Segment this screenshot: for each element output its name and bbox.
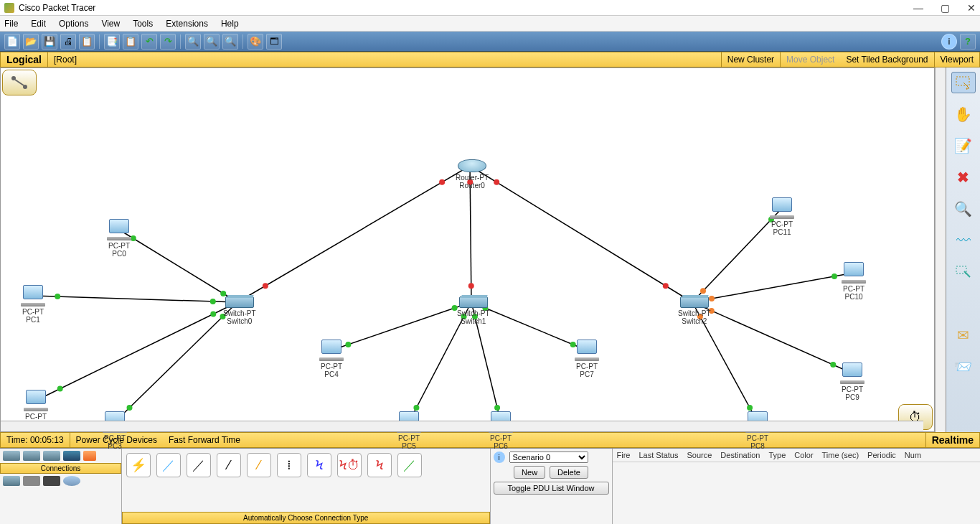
device-switch0[interactable]: Switch-PTSwitch0	[223, 296, 256, 325]
new-scenario-button[interactable]: New	[514, 466, 545, 479]
device-pc9[interactable]: PC-PTPC9	[840, 362, 864, 401]
move-tool-icon[interactable]: ✋	[951, 103, 976, 125]
coaxial-cable-icon[interactable]: Ϟ	[307, 453, 331, 477]
dialog-icon[interactable]: 🗔	[266, 34, 282, 50]
device-pc11[interactable]: PC-PTPC11	[770, 197, 794, 236]
inspect-tool-icon[interactable]: 🔍	[951, 198, 976, 220]
info-icon[interactable]: i	[941, 34, 957, 50]
paste-icon[interactable]: 📋	[123, 34, 138, 50]
draw-tool-icon[interactable]: 〰	[951, 230, 976, 251]
close-button[interactable]: ✕	[967, 2, 976, 14]
toggle-pdu-list-button[interactable]: Toggle PDU List Window	[494, 482, 609, 495]
fast-forward-button[interactable]: Fast Forward Time	[163, 435, 246, 445]
device-pc0[interactable]: PC-PTPC0	[107, 219, 131, 258]
note-tool-icon[interactable]: 📝	[951, 135, 976, 156]
wizard-icon[interactable]: 📋	[79, 34, 95, 50]
device-pc10[interactable]: PC-PTPC10	[842, 262, 866, 301]
menu-edit[interactable]: Edit	[31, 19, 46, 29]
save-icon[interactable]: 💾	[42, 34, 57, 50]
device-pc1[interactable]: PC-PTPC1	[21, 285, 45, 324]
wan-emulation-icon[interactable]	[23, 476, 40, 486]
scenario-select[interactable]: Scenario 0	[509, 452, 588, 463]
auto-connection-icon[interactable]: ⚡	[126, 453, 151, 477]
print-icon[interactable]: 🖨	[60, 34, 76, 50]
new-cluster-button[interactable]: New Cluster	[721, 52, 780, 67]
serial-dte-icon[interactable]: Ϟ	[367, 453, 392, 477]
simple-pdu-icon[interactable]: ✉	[951, 324, 976, 346]
delete-scenario-button[interactable]: Delete	[550, 466, 588, 479]
straight-cable-icon[interactable]: ／	[187, 453, 211, 477]
help-icon[interactable]: ?	[960, 34, 976, 50]
device-label: PC-PTPC11	[771, 220, 793, 236]
resize-tool-icon[interactable]	[951, 261, 976, 283]
workspace: ⏱ Router-PTRouter0Switch-PTSwitch0Switch…	[0, 67, 980, 432]
col-last-status[interactable]: Last Status	[639, 451, 678, 459]
menu-tools[interactable]: Tools	[133, 19, 153, 29]
multiuser-icon[interactable]	[63, 476, 80, 486]
horizontal-scrollbar[interactable]	[1, 421, 923, 431]
connections-label: Connections	[0, 463, 121, 474]
palette-icon[interactable]: 🎨	[248, 34, 263, 50]
connections-category-icon[interactable]	[83, 451, 96, 461]
console-cable-icon[interactable]: ／	[156, 453, 181, 477]
complex-pdu-icon[interactable]: 📨	[951, 356, 976, 378]
open-file-icon[interactable]: 📂	[23, 34, 39, 50]
device-category-row	[0, 449, 121, 463]
switches-category-icon[interactable]	[23, 451, 40, 461]
device-router0[interactable]: Router-PTRouter0	[456, 159, 489, 190]
zoom-in-icon[interactable]: 🔍	[185, 34, 201, 50]
col-type[interactable]: Type	[768, 451, 786, 459]
custom-devices-icon[interactable]	[43, 476, 60, 486]
col-num[interactable]: Num	[905, 451, 921, 459]
canvas-area[interactable]: ⏱ Router-PTRouter0Switch-PTSwitch0Switch…	[0, 67, 935, 432]
breadcrumb-root[interactable]: [Root]	[47, 52, 83, 67]
menu-help[interactable]: Help	[221, 19, 239, 29]
set-background-button[interactable]: Set Tiled Background	[840, 55, 933, 65]
col-periodic[interactable]: Periodic	[867, 451, 896, 459]
col-fire[interactable]: Fire	[617, 451, 631, 459]
viewport-button[interactable]: Viewport	[934, 52, 979, 67]
device-label: Switch-PTSwitch0	[223, 309, 256, 325]
end-devices-icon[interactable]	[3, 476, 20, 486]
crossover-cable-icon[interactable]: ∕	[217, 453, 241, 477]
copy-icon[interactable]: 📑	[104, 34, 120, 50]
hubs-category-icon[interactable]	[43, 451, 60, 461]
device-category-panel: Connections	[0, 449, 122, 524]
menu-extensions[interactable]: Extensions	[166, 19, 208, 29]
device-pc7[interactable]: PC-PTPC7	[575, 340, 599, 378]
routers-category-icon[interactable]	[3, 451, 20, 461]
window-controls: — ▢ ✕	[913, 2, 976, 14]
window-title: Cisco Packet Tracer	[19, 3, 95, 13]
device-switch2[interactable]: Switch-PTSwitch2	[678, 296, 711, 325]
octal-cable-icon[interactable]: ／	[397, 453, 422, 477]
phone-cable-icon[interactable]: ⁞	[277, 453, 301, 477]
zoom-out-icon[interactable]: 🔍	[222, 34, 238, 50]
col-source[interactable]: Source	[687, 451, 712, 459]
info-bubble-icon[interactable]: i	[494, 452, 505, 463]
wireless-category-icon[interactable]	[63, 451, 80, 461]
scenario-panel: i Scenario 0 New Delete Toggle PDU List …	[491, 449, 613, 524]
col-destination[interactable]: Destination	[720, 451, 760, 459]
zoom-reset-icon[interactable]: 🔍	[204, 34, 220, 50]
new-file-icon[interactable]: 📄	[4, 34, 20, 50]
redo-icon[interactable]: ↷	[160, 34, 176, 50]
menu-view[interactable]: View	[101, 19, 120, 29]
minimize-button[interactable]: —	[913, 2, 923, 14]
delete-tool-icon[interactable]: ✖	[951, 167, 976, 188]
device-label: PC-PTPC9	[842, 385, 863, 401]
serial-dce-icon[interactable]: Ϟ⏱	[337, 453, 362, 477]
maximize-button[interactable]: ▢	[941, 2, 950, 14]
device-switch1[interactable]: Switch-PTSwitch1	[457, 296, 490, 325]
menu-options[interactable]: Options	[59, 19, 88, 29]
vertical-scrollbar[interactable]	[935, 67, 946, 432]
menu-file[interactable]: File	[4, 19, 18, 29]
undo-icon[interactable]: ↶	[141, 34, 157, 50]
device-label: PC-PTPC8	[747, 434, 768, 450]
fiber-cable-icon[interactable]: ∕	[247, 453, 271, 477]
col-color[interactable]: Color	[794, 451, 813, 459]
pdu-list-panel: Fire Last Status Source Destination Type…	[613, 449, 981, 524]
col-time[interactable]: Time (sec)	[822, 451, 859, 459]
select-tool-icon[interactable]	[951, 72, 976, 93]
titlebar: Cisco Packet Tracer — ▢ ✕	[0, 0, 980, 16]
device-pc4[interactable]: PC-PTPC4	[319, 340, 344, 378]
